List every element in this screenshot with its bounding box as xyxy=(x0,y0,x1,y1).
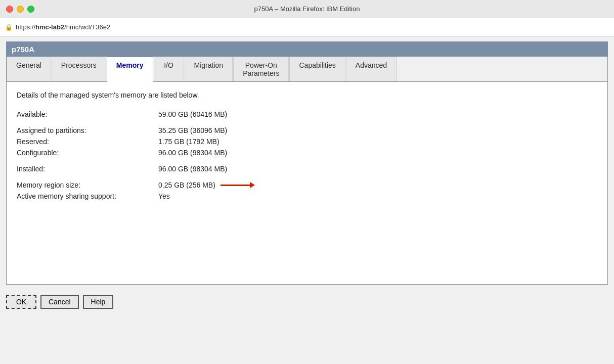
tab-advanced[interactable]: Advanced xyxy=(346,57,397,81)
row-value-configurable: 96.00 GB (98304 MB) xyxy=(158,149,227,157)
row-label-configurable: Configurable: xyxy=(17,149,158,157)
row-value-region-size: 0.25 GB (256 MB) xyxy=(158,181,251,189)
lock-icon: 🔒 xyxy=(5,24,13,31)
row-label-region-size: Memory region size: xyxy=(17,181,158,189)
button-row: OK Cancel Help xyxy=(0,290,614,314)
table-row: Assigned to partitions: 35.25 GB (36096 … xyxy=(17,126,597,134)
panel: p750A General Processors Memory I/O Migr… xyxy=(6,41,608,285)
tab-migration[interactable]: Migration xyxy=(185,57,233,81)
tab-description: Details of the managed system's memory a… xyxy=(17,91,597,99)
ok-button[interactable]: OK xyxy=(6,295,36,309)
table-row: Memory region size: 0.25 GB (256 MB) xyxy=(17,181,597,189)
table-row: Configurable: 96.00 GB (98304 MB) xyxy=(17,149,597,157)
row-label-sharing: Active memory sharing support: xyxy=(17,192,158,200)
url-prefix: https:// xyxy=(16,23,35,31)
row-value-assigned: 35.25 GB (36096 MB) xyxy=(158,126,227,134)
main-content: p750A General Processors Memory I/O Migr… xyxy=(0,36,614,290)
arrow-annotation xyxy=(221,185,251,186)
row-label-installed: Installed: xyxy=(17,165,158,173)
memory-table: Available: 59.00 GB (60416 MB) Assigned … xyxy=(17,110,597,200)
minimize-button[interactable] xyxy=(17,6,24,13)
maximize-button[interactable] xyxy=(27,6,34,13)
tab-capabilities[interactable]: Capabilities xyxy=(289,57,345,81)
tab-memory[interactable]: Memory xyxy=(107,57,153,82)
tab-power-on[interactable]: Power-On Parameters xyxy=(233,57,289,81)
tabs-row: General Processors Memory I/O Migration … xyxy=(7,57,607,82)
window-controls xyxy=(6,6,34,13)
row-label-reserved: Reserved: xyxy=(17,138,158,146)
url-host: hmc-lab2 xyxy=(35,23,64,31)
table-row: Installed: 96.00 GB (98304 MB) xyxy=(17,165,597,173)
title-bar: p750A – Mozilla Firefox: IBM Edition xyxy=(0,0,614,18)
panel-header: p750A xyxy=(7,42,607,57)
row-value-installed: 96.00 GB (98304 MB) xyxy=(158,165,227,173)
arrow-line xyxy=(221,185,251,186)
help-button[interactable]: Help xyxy=(83,295,114,309)
window-title: p750A – Mozilla Firefox: IBM Edition xyxy=(254,5,360,13)
table-row: Available: 59.00 GB (60416 MB) xyxy=(17,110,597,118)
row-value-sharing: Yes xyxy=(158,192,170,200)
row-label-available: Available: xyxy=(17,110,158,118)
tab-io[interactable]: I/O xyxy=(154,57,184,81)
row-value-reserved: 1.75 GB (1792 MB) xyxy=(158,138,220,146)
cancel-button[interactable]: Cancel xyxy=(40,295,79,309)
close-button[interactable] xyxy=(6,6,13,13)
panel-title: p750A xyxy=(12,45,34,54)
table-row: Reserved: 1.75 GB (1792 MB) xyxy=(17,138,597,146)
url-display[interactable]: https://hmc-lab2/hmc/wcl/T36e2 xyxy=(16,23,110,31)
row-value-available: 59.00 GB (60416 MB) xyxy=(158,110,227,118)
tab-content-memory: Details of the managed system's memory a… xyxy=(7,82,607,284)
row-label-assigned: Assigned to partitions: xyxy=(17,126,158,134)
table-row: Active memory sharing support: Yes xyxy=(17,192,597,200)
tab-processors[interactable]: Processors xyxy=(52,57,106,81)
tab-general[interactable]: General xyxy=(7,57,51,81)
url-path: /hmc/wcl/T36e2 xyxy=(64,23,110,31)
address-bar: 🔒 https://hmc-lab2/hmc/wcl/T36e2 xyxy=(0,18,614,36)
